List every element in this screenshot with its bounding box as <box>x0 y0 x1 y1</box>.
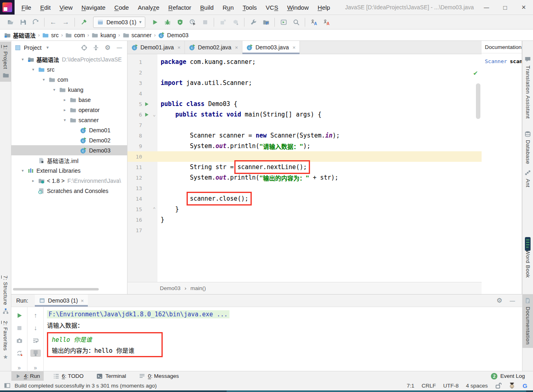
run-tab-close-icon[interactable]: × <box>81 298 84 304</box>
debug-button[interactable] <box>162 17 173 28</box>
tab-close-icon[interactable]: × <box>293 44 296 51</box>
coverage-button[interactable] <box>174 17 185 28</box>
tab-close-icon[interactable]: × <box>235 44 238 51</box>
run-anything-button[interactable] <box>278 17 289 28</box>
scroll-end-button[interactable] <box>30 350 41 357</box>
tree-chevron-icon[interactable]: ▾ <box>19 168 27 173</box>
menu-refactor[interactable]: Refactor <box>164 4 196 11</box>
event-log-button[interactable]: 2Event Log <box>491 373 533 379</box>
line-separator[interactable]: CRLF <box>422 383 436 389</box>
run-configuration-selector[interactable]: Demo03 (1)▾ <box>93 17 145 28</box>
tree-item-base[interactable]: ▸base <box>11 95 127 105</box>
project-horizontal-scrollbar[interactable] <box>13 288 99 290</box>
editor-tab-demo03-java[interactable]: cDemo03.java× <box>242 41 300 54</box>
hide-panel-button[interactable]: — <box>509 297 516 304</box>
tree-chevron-icon[interactable]: ▸ <box>61 108 69 112</box>
tree-item-demo03[interactable]: cDemo03 <box>11 145 127 155</box>
translate-en-button[interactable]: A <box>308 17 319 28</box>
menu-build[interactable]: Build <box>196 4 218 11</box>
file-encoding[interactable]: UTF-8 <box>443 383 459 389</box>
menu-code[interactable]: Code <box>110 4 134 11</box>
tree-chevron-icon[interactable]: ▸ <box>29 178 37 183</box>
breadcrumb-item-demo03[interactable]: cDemo03 <box>157 32 189 38</box>
tool-window-button-database[interactable]: Database <box>522 127 533 167</box>
tree-item-operator[interactable]: ▸operator <box>11 105 127 115</box>
sync-button[interactable] <box>30 17 41 28</box>
tree-item-demo01[interactable]: cDemo01 <box>11 125 127 135</box>
caret-position[interactable]: 7:1 <box>407 383 414 389</box>
down-button[interactable]: ↓ <box>30 324 41 332</box>
tree-item-external-libraries[interactable]: ▾External Libraries <box>11 165 127 176</box>
editor-tab-demo01-java[interactable]: cDemo01.java× <box>127 41 185 54</box>
chev-down-icon[interactable]: ▾ <box>45 44 51 51</box>
window-minimize-button[interactable]: — <box>477 0 496 15</box>
tree-item-com[interactable]: ▾com <box>11 74 127 85</box>
tool-window-button-ant[interactable]: Ant <box>522 166 533 191</box>
tree-item-1-8[interactable]: ▸< 1.8 >F:\Environment\Java\ <box>11 176 127 186</box>
soft-wrap-button[interactable] <box>30 337 41 344</box>
menu-view[interactable]: View <box>55 4 77 11</box>
target-button[interactable] <box>80 43 89 52</box>
tab-close-icon[interactable]: × <box>178 44 181 51</box>
tool-window-button-translation-assistant[interactable]: Translation Assistant <box>522 53 533 122</box>
structure-button[interactable] <box>260 17 271 28</box>
tree-item-scanner[interactable]: ▾scanner <box>11 115 127 125</box>
tree-chevron-icon[interactable]: ▸ <box>61 97 69 102</box>
forward-button[interactable]: → <box>60 17 71 28</box>
back-button[interactable]: ← <box>48 17 59 28</box>
search-button[interactable] <box>291 17 302 28</box>
fold-up-icon[interactable]: ⌃ <box>151 206 157 212</box>
tool-window-button-4-run[interactable]: 4: Run <box>11 371 44 381</box>
tree-item-src[interactable]: ▾src <box>11 64 127 74</box>
breadcrumb-item-item[interactable]: 基础语法 <box>3 31 36 39</box>
breadcrumb-item-src[interactable]: src <box>41 32 59 38</box>
breadcrumb-item-com[interactable]: com <box>64 32 85 38</box>
tree-chevron-icon[interactable]: ▾ <box>61 118 69 122</box>
google-icon[interactable]: G <box>522 382 527 389</box>
gear-button[interactable]: ⚙ <box>103 43 112 52</box>
hammer-button[interactable] <box>78 17 89 28</box>
editor-breadcrumb-item[interactable]: main() <box>191 285 206 291</box>
translator-face-icon[interactable] <box>509 382 515 389</box>
tool-window-button-2-favorites[interactable]: 2: Favorites★ <box>0 318 11 363</box>
tool-window-toggle-icon[interactable] <box>4 382 11 389</box>
camera-button[interactable] <box>14 337 25 344</box>
breadcrumb-item-scanner[interactable]: scanner <box>122 32 153 38</box>
tree-chevron-icon[interactable]: ▾ <box>19 57 27 61</box>
rerun-button[interactable] <box>14 312 25 319</box>
fold-down-icon[interactable]: ⌄ <box>151 111 157 118</box>
run-button[interactable] <box>149 17 160 28</box>
indent-setting[interactable]: 4 spaces <box>466 383 488 389</box>
lock-open-icon[interactable] <box>495 382 501 389</box>
tree-chevron-icon[interactable]: ▾ <box>50 87 58 92</box>
tool-window-button-7-structure[interactable]: 7: Structure <box>0 272 11 318</box>
run-tab[interactable]: Demo03 (1) × <box>35 295 88 307</box>
tree-item-iml[interactable]: 基础语法.iml <box>11 155 127 165</box>
menu-run[interactable]: Run <box>218 4 238 11</box>
save-button[interactable] <box>17 17 28 28</box>
menu-analyze[interactable]: Analyze <box>133 4 164 11</box>
tool-window-button-6-todo[interactable]: 6: TODO <box>49 371 87 381</box>
menu-vcs[interactable]: VCS <box>261 4 283 11</box>
window-close-button[interactable]: × <box>514 0 533 15</box>
wrench-button[interactable] <box>248 17 259 28</box>
tree-chevron-icon[interactable]: ▾ <box>40 77 48 82</box>
tool-window-button-documentation[interactable]: Documentation <box>522 294 533 348</box>
editor-tab-demo02-java[interactable]: cDemo02.java× <box>185 41 242 54</box>
menu-window[interactable]: Window <box>282 4 313 11</box>
inspection-ok-icon[interactable]: ✔ <box>472 70 479 76</box>
editor-breadcrumb-item[interactable]: Demo03 <box>160 285 180 291</box>
translate-cn-button[interactable]: A <box>321 17 332 28</box>
tree-item-item[interactable]: ▾基础语法D:\IdeaProjects\JavaSE <box>11 54 127 64</box>
menu-file[interactable]: File <box>17 4 36 11</box>
tree-item-scratches-and-consoles[interactable]: Scratches and Consoles <box>11 186 127 196</box>
menu-navigate[interactable]: Navigate <box>77 4 110 11</box>
run-console[interactable]: F:\Environment\Java\jdk1.8.0_162\bin\jav… <box>47 307 520 371</box>
tree-item-demo02[interactable]: cDemo02 <box>11 135 127 145</box>
tool-window-button-1-project[interactable]: 1: Project <box>0 42 11 82</box>
run-line-icon[interactable] <box>143 101 150 107</box>
rerun-failed-button[interactable] <box>14 350 25 357</box>
tree-item-kuang[interactable]: ▾kuang <box>11 85 127 95</box>
more-actions-button[interactable]: » <box>18 364 21 371</box>
run-line-icon[interactable] <box>143 111 150 118</box>
